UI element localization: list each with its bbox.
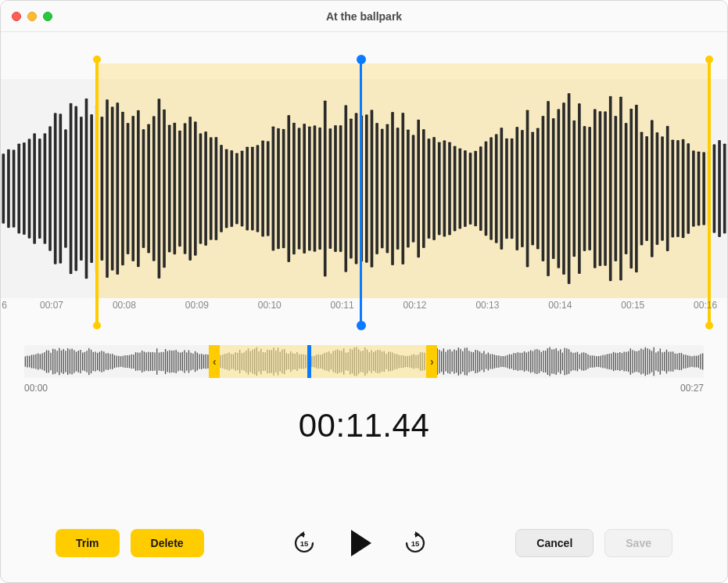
skip-back-icon: 15: [292, 531, 316, 555]
overview-time-labels: 00:00 00:27: [24, 383, 704, 394]
overview-handle-left[interactable]: ‹: [209, 345, 220, 378]
save-button: Save: [604, 529, 672, 557]
svg-text:15: 15: [300, 539, 309, 548]
window-zoom-button[interactable]: [43, 12, 52, 21]
toolbar: Trim Delete 15 15: [1, 527, 727, 559]
main-waveform-icon: [1, 79, 727, 298]
overview-playhead[interactable]: [307, 345, 311, 378]
current-time-display: 00:11.44: [1, 407, 727, 444]
timeline-tick: 00:12: [403, 300, 427, 311]
window-minimize-button[interactable]: [27, 12, 37, 21]
window-title: At the ballpark: [1, 10, 727, 23]
transport-controls: 15 15: [291, 527, 429, 559]
playhead[interactable]: [360, 59, 362, 326]
confirm-buttons-group: Cancel Save: [515, 529, 672, 557]
timeline-ruler: 600:0700:0800:0900:1000:1100:1200:1300:1…: [1, 300, 727, 322]
timeline-tick: 00:08: [113, 300, 136, 311]
titlebar: At the ballpark: [1, 1, 727, 32]
timeline-tick: 00:14: [548, 300, 572, 311]
main-waveform-stage[interactable]: 600:0700:0800:0900:1000:1100:1200:1300:1…: [1, 63, 727, 322]
svg-marker-462: [415, 531, 420, 538]
play-icon: [351, 530, 371, 556]
timeline-tick: 00:07: [40, 300, 63, 311]
delete-button[interactable]: Delete: [131, 529, 204, 557]
trim-handle-left[interactable]: [95, 59, 99, 326]
editor-area: 600:0700:0800:0900:1000:1100:1200:1300:1…: [1, 32, 727, 444]
timeline-tick: 6: [2, 300, 7, 311]
voice-memos-edit-window: At the ballpark 600:0700:0800:0900:1000:…: [0, 0, 728, 583]
window-controls: [12, 12, 52, 21]
skip-forward-15-button[interactable]: 15: [402, 530, 429, 556]
timeline-tick: 00:09: [185, 300, 209, 311]
play-button[interactable]: [344, 527, 375, 559]
timeline-tick: 00:11: [331, 300, 354, 311]
edit-buttons-group: Trim Delete: [56, 529, 204, 557]
svg-marker-460: [299, 531, 304, 538]
overview-selection[interactable]: [214, 345, 432, 378]
overview-start-time: 00:00: [24, 383, 48, 394]
overview-end-time: 00:27: [680, 383, 704, 394]
timeline-tick: 00:16: [694, 300, 717, 311]
timeline-tick: 00:10: [258, 300, 282, 311]
trim-button[interactable]: Trim: [56, 529, 120, 557]
trim-handle-right[interactable]: [708, 59, 711, 326]
skip-back-15-button[interactable]: 15: [291, 530, 317, 556]
overview-handle-right[interactable]: ›: [426, 345, 437, 378]
skip-forward-icon: 15: [403, 531, 427, 555]
overview-waveform: ‹ ›: [24, 345, 704, 378]
timeline-tick: 00:15: [621, 300, 644, 311]
cancel-button[interactable]: Cancel: [515, 529, 594, 557]
window-close-button[interactable]: [12, 12, 21, 21]
overview-strip[interactable]: ‹ › 00:00 00:27: [24, 345, 704, 388]
timeline-tick: 00:13: [475, 300, 499, 311]
svg-text:15: 15: [411, 539, 420, 548]
